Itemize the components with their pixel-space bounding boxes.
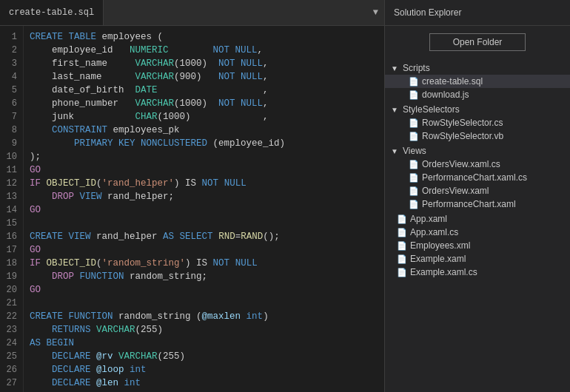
code-line: CONSTRAINT employees_pk xyxy=(30,124,384,137)
chevron-down-icon: ▼ xyxy=(391,106,400,114)
line-numbers: 1234567891011121314151617181920212223242… xyxy=(0,26,24,392)
file-label: Example.xaml xyxy=(410,254,466,264)
tree-file-item[interactable]: 📄download.js xyxy=(385,88,570,101)
code-line: GO xyxy=(30,283,384,297)
tree-section: ▼StyleSelectors📄RowStyleSelector.cs📄RowS… xyxy=(385,103,570,143)
file-label: Employees.xml xyxy=(410,240,470,251)
file-label: Example.xaml.cs xyxy=(410,267,477,277)
code-line: CREATE VIEW rand_helper AS SELECT RND=RA… xyxy=(30,230,384,243)
tree-section: ▼Views📄OrdersView.xaml.cs📄PerformanceCha… xyxy=(385,144,570,211)
code-line: DECLARE @rv VARCHAR(255) xyxy=(30,350,384,363)
file-icon: 📄 xyxy=(409,186,419,196)
code-line xyxy=(30,217,384,230)
code-line: RETURNS VARCHAR(255) xyxy=(30,323,384,337)
file-label: OrdersView.xaml.cs xyxy=(422,159,500,169)
file-icon: 📄 xyxy=(409,90,419,100)
code-line: GO xyxy=(30,163,384,177)
code-line: IF OBJECT_ID('random_string') IS NOT NUL… xyxy=(30,257,384,270)
editor-tab[interactable]: create-table.sql xyxy=(0,0,104,25)
file-label: RowStyleSelector.cs xyxy=(422,118,503,128)
code-line: ); xyxy=(30,150,384,163)
file-icon: 📄 xyxy=(409,173,419,183)
tree-group-header[interactable]: ▼Views xyxy=(385,144,570,158)
code-area: 1234567891011121314151617181920212223242… xyxy=(0,26,384,392)
code-line: DECLARE @loop int xyxy=(30,363,384,376)
tree-group-header[interactable]: ▼Scripts xyxy=(385,61,570,75)
code-line: last_name VARCHAR(900) NOT NULL, xyxy=(30,70,384,84)
tab-label: create-table.sql xyxy=(9,7,94,18)
file-label: RowStyleSelector.vb xyxy=(422,131,503,141)
file-icon: 📄 xyxy=(409,200,419,209)
solution-explorer-header: Solution Explorer xyxy=(385,0,570,26)
file-icon: 📄 xyxy=(409,77,419,87)
code-line: first_name VARCHAR(1000) NOT NULL, xyxy=(30,57,384,70)
tree-root-file-item[interactable]: 📄Example.xaml.cs xyxy=(385,266,570,279)
tree-file-item[interactable]: 📄PerformanceChart.xaml xyxy=(385,197,570,211)
tree-section: ▼Scripts📄create-table.sql📄download.js xyxy=(385,61,570,101)
tree-file-item[interactable]: 📄OrdersView.xaml xyxy=(385,184,570,197)
code-line: DECLARE @len int xyxy=(30,376,384,390)
tree-file-item[interactable]: 📄RowStyleSelector.cs xyxy=(385,116,570,129)
tree-file-item[interactable]: 📄PerformanceChart.xaml.cs xyxy=(385,171,570,184)
code-editor[interactable]: CREATE TABLE employees ( employee_id NUM… xyxy=(24,26,384,392)
tab-dropdown-icon[interactable]: ▼ xyxy=(373,7,378,18)
tree-file-item[interactable]: 📄RowStyleSelector.vb xyxy=(385,129,570,143)
code-line: junk CHAR(1000) , xyxy=(30,110,384,124)
code-line: GO xyxy=(30,243,384,257)
chevron-down-icon: ▼ xyxy=(391,64,400,72)
open-folder-button[interactable]: Open Folder xyxy=(429,33,526,51)
file-label: App.xaml xyxy=(410,214,447,224)
code-line: CREATE FUNCTION random_string (@maxlen i… xyxy=(30,310,384,323)
group-label: StyleSelectors xyxy=(403,104,460,115)
code-line: phone_number VARCHAR(1000) NOT NULL, xyxy=(30,97,384,110)
tab-bar: create-table.sql ▼ xyxy=(0,0,384,26)
tree-file-item[interactable]: 📄OrdersView.xaml.cs xyxy=(385,158,570,171)
file-label: OrdersView.xaml xyxy=(422,186,489,196)
code-line: PRIMARY KEY NONCLUSTERED (employee_id) xyxy=(30,137,384,150)
code-line: DROP VIEW rand_helper; xyxy=(30,190,384,203)
tree-file-item[interactable]: 📄create-table.sql xyxy=(385,75,570,88)
code-line: DROP FUNCTION random_string; xyxy=(30,270,384,283)
file-icon: 📄 xyxy=(409,118,419,128)
tree-root-file-item[interactable]: 📄App.xaml xyxy=(385,212,570,226)
group-label: Scripts xyxy=(403,63,430,73)
tree-group-header[interactable]: ▼StyleSelectors xyxy=(385,103,570,116)
file-label: PerformanceChart.xaml.cs xyxy=(422,172,527,183)
code-line xyxy=(30,297,384,310)
chevron-down-icon: ▼ xyxy=(391,147,400,155)
solution-pane: Solution Explorer Open Folder ▼Scripts📄c… xyxy=(385,0,570,392)
tree-root-file-item[interactable]: 📄Employees.xml xyxy=(385,239,570,252)
file-icon: 📄 xyxy=(397,268,407,277)
file-icon: 📄 xyxy=(397,241,407,251)
code-line: employee_id NUMERIC NOT NULL, xyxy=(30,44,384,57)
code-line: date_of_birth DATE , xyxy=(30,84,384,97)
tree-root-file-item[interactable]: 📄App.xaml.cs xyxy=(385,226,570,239)
main-container: create-table.sql ▼ 123456789101112131415… xyxy=(0,0,570,392)
file-icon: 📄 xyxy=(397,214,407,224)
solution-tree: ▼Scripts📄create-table.sql📄download.js▼St… xyxy=(385,58,570,392)
file-label: download.js xyxy=(422,89,469,100)
code-line: GO xyxy=(30,203,384,217)
code-line: IF OBJECT_ID('rand_helper') IS NOT NULL xyxy=(30,177,384,190)
code-line: CREATE TABLE employees ( xyxy=(30,30,384,44)
file-icon: 📄 xyxy=(409,160,419,169)
code-line: AS BEGIN xyxy=(30,337,384,350)
file-icon: 📄 xyxy=(397,254,407,264)
file-label: App.xaml.cs xyxy=(410,227,458,237)
file-label: PerformanceChart.xaml xyxy=(422,199,516,209)
file-icon: 📄 xyxy=(409,132,419,141)
editor-pane: create-table.sql ▼ 123456789101112131415… xyxy=(0,0,385,392)
tree-root-file-item[interactable]: 📄Example.xaml xyxy=(385,252,570,266)
file-label: create-table.sql xyxy=(422,76,483,87)
file-icon: 📄 xyxy=(397,228,407,237)
group-label: Views xyxy=(403,146,426,156)
